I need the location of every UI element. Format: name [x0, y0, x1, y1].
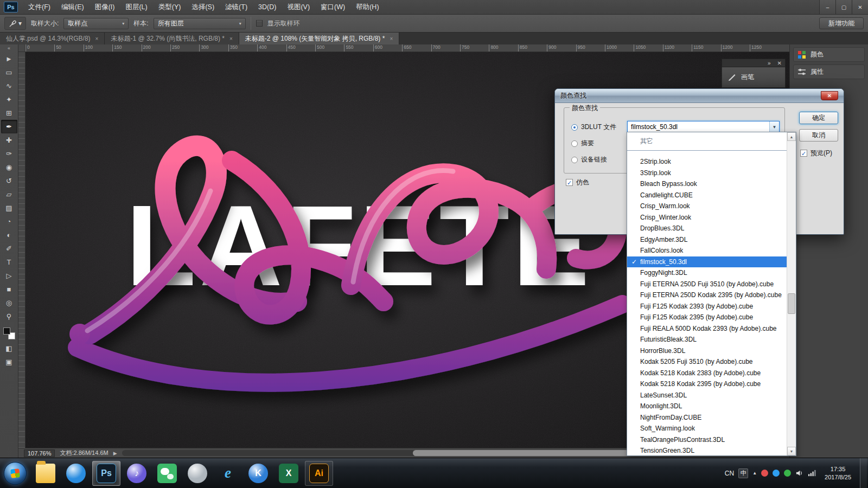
language-indicator[interactable]: CN [725, 470, 734, 477]
eraser-tool[interactable]: ▱ [1, 188, 17, 201]
tray-qq-icon[interactable] [773, 470, 780, 477]
lut-option[interactable]: DropBlues.3DL [627, 223, 787, 234]
current-tool-badge[interactable]: ▾ [4, 17, 26, 30]
menu-file[interactable]: 文件(F) [23, 0, 56, 14]
vertical-ruler[interactable] [18, 52, 25, 448]
taskbar-wechat[interactable] [153, 461, 181, 486]
lut-option[interactable]: Fuji F125 Kodak 2395 (by Adobe).cube [627, 312, 787, 323]
taskbar-illustrator[interactable]: Ai [305, 461, 333, 486]
tab-document-3[interactable]: 未标题-2 @ 108% (矢量智能对象 拷贝, RGB/8) * × [239, 33, 399, 44]
menu-view[interactable]: 视图(V) [282, 0, 315, 14]
taskbar-music-app[interactable]: ♪ [123, 461, 151, 486]
clock[interactable]: 17:35 2017/8/25 [820, 465, 856, 481]
move-tool[interactable]: ► [1, 52, 17, 66]
lut-option[interactable]: ✓ filmstock_50.3dl [627, 256, 787, 268]
menu-3d[interactable]: 3D(D) [253, 0, 282, 14]
dodge-tool[interactable]: ◐ [1, 228, 17, 242]
scroll-up-icon[interactable]: ▲ [787, 132, 796, 141]
close-button[interactable]: ✕ [852, 0, 868, 14]
lut-option[interactable]: Fuji ETERNA 250D Kodak 2395 (by Adobe).c… [627, 290, 787, 301]
pen-tool[interactable]: ✐ [1, 242, 17, 255]
lut-option[interactable]: FuturisticBleak.3DL [627, 334, 787, 345]
tab-close-icon[interactable]: × [390, 36, 393, 42]
start-button[interactable] [0, 458, 30, 488]
ok-button[interactable]: 确定 [799, 112, 838, 124]
screen-mode-button[interactable]: ▣ [1, 355, 17, 369]
lut-option[interactable]: TensionGreen.3DL [627, 445, 787, 455]
lut-option[interactable]: Bleach Bypass.look [627, 178, 787, 190]
ruler-origin[interactable] [18, 44, 25, 52]
network-icon[interactable] [808, 469, 816, 477]
collapse-panel-icon[interactable]: « [8, 45, 10, 52]
taskbar-k-app[interactable]: K [244, 461, 272, 486]
menu-help[interactable]: 帮助(H) [350, 0, 384, 14]
lut-option[interactable]: Crisp_Warm.look [627, 201, 787, 212]
hidden-icons-arrow[interactable]: ▲ [752, 471, 757, 476]
expand-panel-icon[interactable]: » [768, 60, 771, 66]
menu-image[interactable]: 图像(I) [90, 0, 120, 14]
zoom-level-field[interactable]: 107.76% [24, 450, 55, 457]
lut-option[interactable]: Kodak 5218 Kodak 2383 (by Adobe).cube [627, 368, 787, 379]
close-panel-icon[interactable]: ✕ [777, 60, 782, 66]
blur-tool[interactable]: ◔ [1, 215, 17, 228]
lasso-tool[interactable]: ∿ [1, 79, 17, 93]
magic-wand-tool[interactable]: ✦ [1, 93, 17, 106]
tray-security-icon[interactable] [761, 470, 768, 477]
tab-close-icon[interactable]: × [229, 36, 233, 42]
lut-option[interactable]: FoggyNight.3DL [627, 267, 787, 279]
tab-document-2[interactable]: 未标题-1 @ 32.7% (尚魏书法, RGB/8) * × [105, 33, 239, 44]
menu-layer[interactable]: 图层(L) [120, 0, 152, 14]
ime-indicator[interactable]: 中 [738, 468, 748, 478]
dither-checkbox-row[interactable]: ✓ 仿色 [566, 178, 589, 187]
foreground-color-swatch[interactable] [3, 328, 10, 335]
quick-mask-button[interactable]: ◧ [1, 342, 17, 355]
preview-checkbox[interactable]: ✓ [800, 150, 807, 157]
lut-option[interactable]: HorrorBlue.3DL [627, 345, 787, 357]
sample-layers-dropdown[interactable]: 所有图层 ▾ [154, 18, 246, 29]
lut-option[interactable]: Moonlight.3DL [627, 401, 787, 412]
lut-option[interactable]: Soft_Warming.look [627, 423, 787, 434]
brush-panel-button[interactable]: 画笔 [722, 67, 786, 88]
scroll-down-icon[interactable]: ▼ [787, 447, 796, 455]
radio-button[interactable] [571, 124, 578, 131]
lut-option[interactable]: Fuji REALA 500D Kodak 2393 (by Adobe).cu… [627, 323, 787, 335]
healing-brush-tool[interactable]: ✚ [1, 133, 17, 147]
scrollbar-thumb[interactable] [788, 293, 795, 314]
lut-option[interactable]: TealOrangePlusContrast.3DL [627, 434, 787, 446]
lut-option-other[interactable]: 其它 [627, 135, 787, 147]
lut-option[interactable]: LateSunset.3DL [627, 390, 787, 401]
radio-button[interactable] [571, 157, 578, 163]
history-brush-tool[interactable]: ↺ [1, 174, 17, 188]
menu-window[interactable]: 窗口(W) [315, 0, 350, 14]
color-swatches[interactable] [3, 328, 15, 339]
lut-option[interactable]: Fuji F125 Kodak 2393 (by Adobe).cube [627, 301, 787, 312]
lut-option[interactable]: 2Strip.look [627, 156, 787, 168]
sample-size-dropdown[interactable]: 取样点 ▾ [63, 18, 129, 29]
tab-document-1[interactable]: 仙人掌.psd @ 14.3%(RGB/8) × [0, 33, 105, 44]
lut-option[interactable]: Crisp_Winter.look [627, 212, 787, 223]
cancel-button[interactable]: 取消 [799, 129, 838, 142]
menu-select[interactable]: 选择(S) [186, 0, 220, 14]
lut-option[interactable]: Kodak 5218 Kodak 2395 (by Adobe).cube [627, 378, 787, 390]
crop-tool[interactable]: ⊞ [1, 106, 17, 120]
lut-option[interactable]: NightFromDay.CUBE [627, 412, 787, 423]
tray-wechat-icon[interactable] [784, 470, 791, 477]
lut-option[interactable]: Candlelight.CUBE [627, 190, 787, 201]
eyedropper-tool[interactable]: ✒ [1, 120, 17, 133]
dither-checkbox[interactable]: ✓ [566, 179, 573, 186]
taskbar-contact-app[interactable] [183, 461, 212, 486]
menu-edit[interactable]: 编辑(E) [56, 0, 90, 14]
minimize-button[interactable]: – [819, 0, 835, 14]
radio-button[interactable] [571, 140, 578, 147]
horizontal-ruler[interactable]: 0501001502002503003504004505005506006507… [25, 44, 789, 52]
combo-dropdown-button[interactable]: ▼ [769, 121, 779, 132]
taskbar-explorer[interactable] [31, 461, 60, 486]
restore-button[interactable]: ▢ [835, 0, 852, 14]
dialog-close-button[interactable]: ✕ [821, 91, 838, 100]
lut-file-combobox[interactable]: filmstock_50.3dl ▼ [627, 121, 780, 133]
lut-option[interactable]: Fuji ETERNA 250D Fuji 3510 (by Adobe).cu… [627, 279, 787, 290]
lut-option[interactable]: EdgyAmber.3DL [627, 234, 787, 246]
list-scrollbar[interactable]: ▲ ▼ [787, 132, 796, 455]
taskbar-ie[interactable]: e [214, 461, 242, 486]
show-sampling-ring-checkbox[interactable] [256, 20, 263, 27]
